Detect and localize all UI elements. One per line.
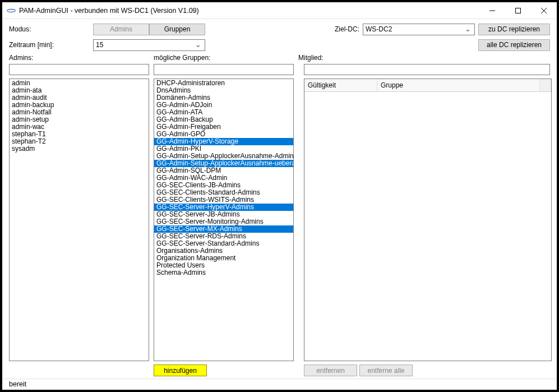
zeitraum-label: Zeitraum [min]: [9,41,93,49]
svg-point-0 [7,9,15,12]
admins-filter-input[interactable] [9,64,149,75]
zieldc-label: Ziel-DC: [334,25,363,33]
mitglied-filter-input[interactable] [304,64,550,75]
filter-row [2,63,557,76]
gruppen-mode-button[interactable]: Gruppen [149,24,205,35]
entfernen-button[interactable]: entfernen [304,365,357,376]
window-title: PAM-AdminGUI - verbunden mit WS-DC1 (Ver… [19,7,199,15]
entferne-alle-button[interactable]: entferne alle [359,365,413,376]
col-gruppe[interactable]: Gruppe [377,79,540,91]
list-item[interactable]: Schema-Admins [154,269,293,276]
admins-section-label: Admins: [9,54,154,62]
main-area: adminadmin-ataadmin-auditadmin-backupadm… [2,76,557,362]
zu-dc-replizieren-button[interactable]: zu DC replizieren [478,24,550,35]
col-gueltigkeit[interactable]: Gültigkeit [304,79,377,91]
zieldc-value: WS-DC2 [366,25,392,33]
zieldc-select[interactable]: WS-DC2 [363,24,475,35]
list-item[interactable]: sysadm [10,145,149,153]
maximize-button[interactable] [505,2,531,19]
app-window: PAM-AdminGUI - verbunden mit WS-DC1 (Ver… [2,2,557,390]
hinzufuegen-button[interactable]: hinzufügen [154,365,207,376]
modus-label: Modus: [9,25,93,33]
svg-rect-2 [516,8,521,13]
grid-body [304,92,551,361]
bottom-button-row: hinzufügen entfernen entferne alle [2,362,557,379]
minimize-button[interactable] [479,2,505,19]
section-labels: Admins: mögliche Gruppen: Mitglied: [2,53,557,63]
zeitraum-select[interactable]: 15 [93,39,205,51]
gruppen-filter-input[interactable] [154,64,294,75]
alle-dc-replizieren-button[interactable]: alle DC replizieren [478,39,550,51]
groups-listbox[interactable]: DHCP-AdministratorenDnsAdminsDomänen-Adm… [154,79,294,361]
mitglied-section-label: Mitglied: [298,54,550,62]
admins-listbox[interactable]: adminadmin-ataadmin-auditadmin-backupadm… [9,79,149,361]
zeitraum-value: 15 [96,41,103,49]
titlebar: PAM-AdminGUI - verbunden mit WS-DC1 (Ver… [2,2,557,19]
gruppen-section-label: mögliche Gruppen: [154,54,298,62]
status-text: bereit [9,380,26,388]
mitglied-grid[interactable]: Gültigkeit Gruppe [304,79,552,361]
grid-header: Gültigkeit Gruppe [304,79,551,92]
admins-mode-button[interactable]: Admins [93,24,149,35]
close-button[interactable] [531,2,557,19]
col-spacer [540,79,551,91]
app-icon [7,8,16,13]
status-bar: bereit [2,379,557,390]
toolbar: Modus: Admins Gruppen Ziel-DC: WS-DC2 zu… [2,19,557,52]
